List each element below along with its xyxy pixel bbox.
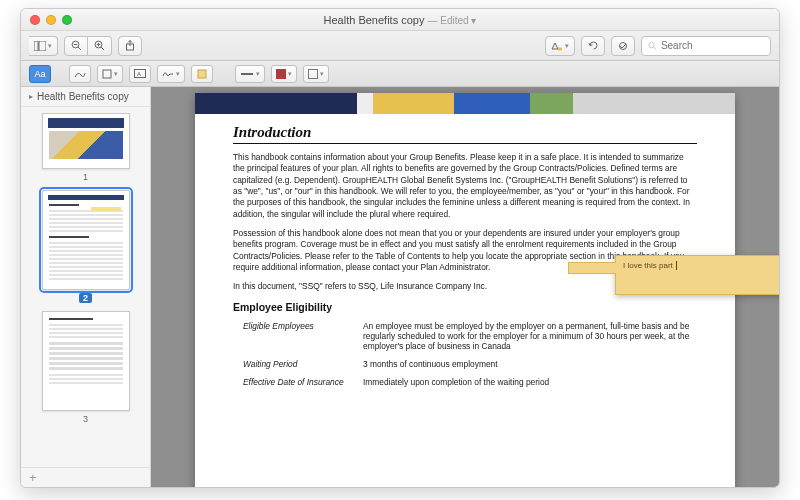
zoom-in-button[interactable] — [88, 36, 112, 56]
markup-toolbar: Aa ▾ A ▾ ▾ ▾ ▾ — [21, 61, 779, 87]
sign-button[interactable]: ▾ — [157, 65, 185, 83]
thumbnail-page-1[interactable]: 1 — [42, 113, 130, 182]
page-banner-image — [195, 93, 735, 114]
shapes-button[interactable]: ▾ — [97, 65, 123, 83]
paragraph: This handbook contains information about… — [233, 152, 697, 220]
thumbnail-page-2[interactable]: 2 — [42, 190, 130, 303]
sidebar-view-button[interactable]: ▾ — [29, 36, 58, 56]
main-toolbar: ▾ ▾ — [21, 31, 779, 61]
annotation-note-tab[interactable] — [568, 262, 616, 274]
document-viewport[interactable]: Introduction This handbook contains info… — [151, 87, 779, 487]
page-number: 1 — [83, 172, 88, 182]
markup-toggle-button[interactable] — [611, 36, 635, 56]
eligibility-table: Eligible EmployeesAn employee must be em… — [233, 319, 697, 393]
window-controls — [21, 15, 72, 25]
zoom-out-button[interactable] — [64, 36, 88, 56]
page-number: 2 — [79, 293, 92, 303]
line-style-button[interactable]: ▾ — [235, 65, 265, 83]
note-button[interactable] — [191, 65, 213, 83]
edited-indicator[interactable]: — Edited ▾ — [428, 15, 477, 26]
svg-rect-0 — [34, 41, 38, 51]
sidebar-header[interactable]: ▸ Health Benefits copy — [21, 87, 150, 107]
fill-color-button[interactable]: ▾ — [303, 65, 329, 83]
table-row: Eligible EmployeesAn employee must be em… — [233, 319, 697, 357]
thumbnail-list: 1 2 — [21, 107, 150, 467]
search-input[interactable] — [661, 40, 764, 51]
svg-rect-18 — [198, 70, 206, 78]
window-title: Health Benefits copy — Edited ▾ — [21, 14, 779, 26]
heading-eligibility: Employee Eligibility — [233, 301, 697, 313]
rotate-button[interactable] — [581, 36, 605, 56]
table-row: Effective Date of InsuranceImmediately u… — [233, 375, 697, 393]
text-style-button[interactable]: Aa — [29, 65, 51, 83]
document-title: Health Benefits copy — [324, 14, 425, 26]
view-mode-segment: ▾ — [29, 36, 58, 56]
border-color-button[interactable]: ▾ — [271, 65, 297, 83]
svg-rect-1 — [39, 41, 46, 51]
text-style-label: Aa — [34, 69, 45, 79]
sidebar-doc-title: Health Benefits copy — [37, 91, 129, 102]
thumbnail-page-3[interactable]: 3 — [42, 311, 130, 424]
share-button[interactable] — [118, 36, 142, 56]
svg-line-3 — [78, 47, 81, 50]
svg-point-13 — [649, 42, 654, 47]
highlight-button[interactable]: ▾ — [545, 36, 575, 56]
svg-rect-15 — [103, 70, 111, 78]
svg-line-6 — [101, 47, 104, 50]
search-field-wrap[interactable] — [641, 36, 771, 56]
svg-line-14 — [654, 47, 656, 49]
search-icon — [648, 41, 657, 51]
page-number: 3 — [83, 414, 88, 424]
thumbnail-sidebar: ▸ Health Benefits copy 1 — [21, 87, 151, 487]
heading-introduction: Introduction — [233, 124, 697, 144]
add-page-button[interactable]: + — [21, 467, 150, 487]
annotation-note[interactable]: I love this part — [615, 255, 779, 295]
zoom-segment — [64, 36, 112, 56]
table-row: Waiting Period3 months of continuous emp… — [233, 357, 697, 375]
zoom-window-button[interactable] — [62, 15, 72, 25]
sketch-button[interactable] — [69, 65, 91, 83]
content-area: ▸ Health Benefits copy 1 — [21, 87, 779, 487]
minimize-window-button[interactable] — [46, 15, 56, 25]
annotation-note-text[interactable]: I love this part — [623, 261, 673, 270]
close-window-button[interactable] — [30, 15, 40, 25]
preview-window: Health Benefits copy — Edited ▾ ▾ ▾ Aa ▾… — [20, 8, 780, 488]
disclosure-triangle-icon: ▸ — [29, 92, 33, 101]
text-box-button[interactable]: A — [129, 65, 151, 83]
svg-text:A: A — [137, 71, 141, 77]
title-bar: Health Benefits copy — Edited ▾ — [21, 9, 779, 31]
